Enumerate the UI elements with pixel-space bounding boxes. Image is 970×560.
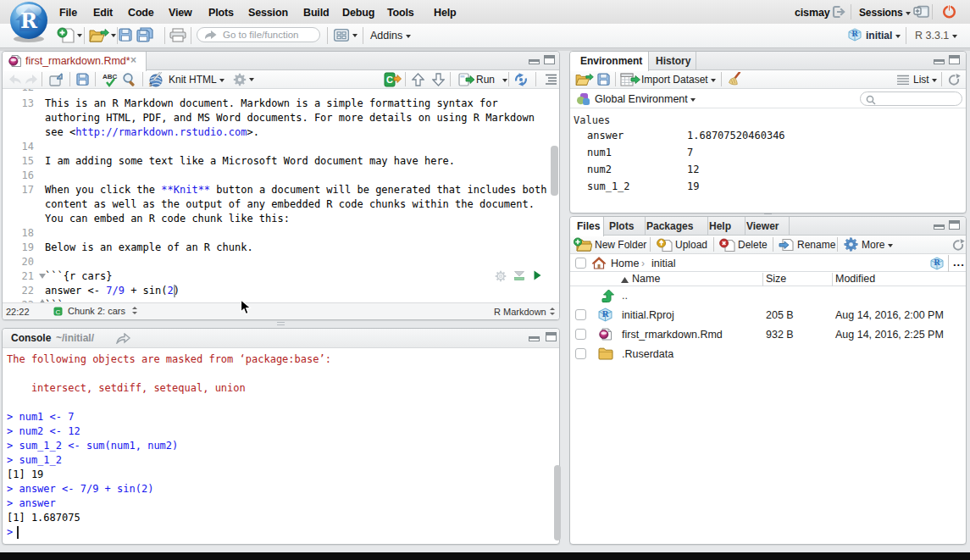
tab-close-icon[interactable]: ×: [130, 54, 136, 66]
back-icon[interactable]: [8, 74, 22, 86]
console-scrollbar[interactable]: [554, 465, 561, 541]
new-file-icon[interactable]: [57, 27, 75, 44]
open-file-icon[interactable]: [89, 27, 109, 44]
file-name[interactable]: first_rmarkdown.Rmd: [622, 329, 723, 341]
file-row[interactable]: R initial.Rproj 205 B Aug 14, 2016, 2:00…: [570, 306, 966, 324]
print-icon[interactable]: [169, 28, 186, 42]
sort-arrow-icon[interactable]: [621, 277, 629, 283]
run-chunks-above-icon[interactable]: [514, 271, 524, 280]
doc-settings-caret[interactable]: [249, 78, 254, 81]
env-var-row[interactable]: answer: [587, 129, 624, 143]
knit-icon[interactable]: s: [148, 72, 165, 87]
env-var-row[interactable]: num2: [587, 163, 612, 177]
new-file-caret[interactable]: [77, 34, 82, 37]
find-icon[interactable]: [122, 72, 136, 87]
environment-scope-selector[interactable]: Global Environment: [595, 93, 696, 105]
files-minimize-button[interactable]: [934, 225, 945, 230]
menu-session[interactable]: Session: [248, 7, 288, 19]
env-var-row[interactable]: num1: [587, 146, 612, 160]
logout-icon[interactable]: [832, 5, 846, 19]
tab-viewer[interactable]: Viewer: [745, 217, 789, 236]
file-row[interactable]: first_rmarkdown.Rmd 932 B Aug 14, 2016, …: [570, 325, 966, 344]
upload-button[interactable]: Upload: [675, 239, 707, 251]
select-all-checkbox[interactable]: [575, 258, 586, 269]
save-workspace-icon[interactable]: [597, 73, 610, 86]
menu-tools[interactable]: Tools: [387, 7, 414, 19]
quit-session-icon[interactable]: [942, 4, 956, 19]
breadcrumb-dir[interactable]: initial: [651, 258, 676, 269]
col-size[interactable]: Size: [766, 273, 786, 285]
file-name[interactable]: initial.Rproj: [622, 309, 674, 321]
clear-workspace-icon[interactable]: [726, 72, 741, 87]
tab-help[interactable]: Help: [707, 217, 745, 236]
tab-history[interactable]: History: [649, 52, 696, 70]
files-maximize-button[interactable]: [949, 220, 960, 230]
menu-help[interactable]: Help: [434, 7, 457, 19]
file-name-up[interactable]: ..: [622, 290, 628, 302]
go-next-chunk-icon[interactable]: [432, 73, 445, 86]
console-popout-icon[interactable]: [116, 333, 130, 344]
editor-scrollbar[interactable]: [551, 146, 558, 196]
outline-icon[interactable]: [545, 74, 557, 85]
list-view-button[interactable]: List: [913, 74, 937, 86]
spellcheck-icon[interactable]: ABC: [102, 72, 119, 87]
menu-plots[interactable]: Plots: [208, 7, 234, 19]
file-checkbox[interactable]: [575, 309, 586, 320]
doc-settings-icon[interactable]: [233, 73, 247, 86]
console-output[interactable]: The following objects are masked from ‘p…: [3, 348, 559, 544]
goto-file-search[interactable]: Go to file/function: [197, 27, 320, 42]
rerun-icon[interactable]: [514, 73, 528, 86]
tab-files[interactable]: Files: [570, 217, 604, 236]
menu-edit[interactable]: Edit: [93, 7, 113, 19]
menu-file[interactable]: File: [59, 7, 77, 19]
file-checkbox[interactable]: [575, 348, 586, 359]
open-file-caret[interactable]: [111, 34, 116, 37]
menu-build[interactable]: Build: [303, 7, 330, 19]
go-prev-chunk-icon[interactable]: [412, 73, 424, 86]
env-search-box[interactable]: [860, 91, 962, 106]
breadcrumb-home[interactable]: Home: [611, 258, 639, 269]
project-button[interactable]: initial: [866, 30, 901, 42]
save-all-icon[interactable]: [136, 27, 153, 42]
tab-environment[interactable]: Environment: [570, 52, 649, 71]
file-row-up[interactable]: ..: [570, 287, 966, 306]
menu-view[interactable]: View: [169, 7, 192, 19]
v-splitter-handle-right[interactable]: [764, 213, 772, 215]
r-version-button[interactable]: R 3.3.1: [915, 30, 957, 42]
source-minimize-button[interactable]: [529, 59, 540, 64]
h-splitter-handle[interactable]: [277, 322, 285, 325]
col-name[interactable]: Name: [632, 273, 660, 285]
tab-packages[interactable]: Packages: [645, 217, 707, 236]
breadcrumb-more-button[interactable]: ...: [953, 256, 965, 269]
run-chunk-icon[interactable]: [534, 270, 541, 280]
chunk-settings-icon[interactable]: [495, 270, 507, 282]
chunk-nav[interactable]: C Chunk 2: cars: [53, 306, 137, 316]
doc-type-selector[interactable]: R Markdown: [494, 307, 555, 317]
env-var-row[interactable]: sum_1_2: [587, 180, 630, 194]
tab-plots[interactable]: Plots: [606, 217, 645, 236]
save-doc-icon[interactable]: [76, 73, 89, 86]
new-session-icon[interactable]: [913, 4, 929, 19]
delete-button[interactable]: Delete: [738, 239, 768, 251]
popout-icon[interactable]: [49, 73, 64, 86]
console-maximize-button[interactable]: [546, 332, 557, 341]
editor[interactable]: 12 13This is an R Markdown document. Mar…: [3, 89, 559, 304]
new-folder-button[interactable]: New Folder: [595, 239, 646, 251]
file-row[interactable]: .Ruserdata: [570, 345, 966, 363]
forward-icon[interactable]: [25, 74, 38, 86]
col-modified[interactable]: Modified: [835, 273, 875, 285]
files-refresh-icon[interactable]: [951, 238, 965, 252]
import-dataset-button[interactable]: Import Dataset: [641, 74, 716, 86]
source-maximize-button[interactable]: [544, 55, 555, 64]
fold-arrow-down-icon[interactable]: [39, 274, 46, 279]
env-minimize-button[interactable]: [934, 59, 945, 64]
more-button[interactable]: More: [862, 239, 893, 251]
sessions-button[interactable]: Sessions: [859, 7, 911, 19]
knit-button[interactable]: Knit HTML: [169, 74, 224, 86]
console-minimize-button[interactable]: [529, 336, 540, 341]
save-icon[interactable]: [119, 28, 132, 42]
workspace-panes-icon[interactable]: [333, 28, 350, 42]
menu-code[interactable]: Code: [128, 7, 154, 19]
addins-button[interactable]: Addins: [370, 30, 411, 42]
workspace-panes-caret[interactable]: [352, 34, 358, 37]
